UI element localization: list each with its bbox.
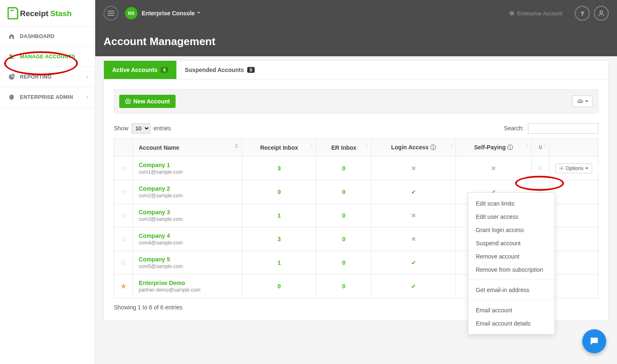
cell-er-inbox: 0 [316,204,371,228]
tab-suspended-accounts[interactable]: Suspended Accounts 0 [176,61,263,79]
er-count-link[interactable]: 0 [342,236,345,242]
cell-login-access: ✖ [371,157,456,180]
page-length-select[interactable]: 10 [132,123,150,134]
dropdown-item-edit-user-access[interactable]: Edit user access [468,210,554,223]
er-count-link[interactable]: 0 [342,165,345,172]
plus-circle-icon [125,98,131,104]
cell-account: Company 1com1@sample.com [133,157,242,180]
favorite-star[interactable]: ★ [114,275,133,298]
logo: ReceiptStash [0,0,95,26]
col-self-paying[interactable]: Self-Paying ⓘ↕ [456,139,532,157]
dropdown-item-grant-login-access[interactable]: Grant login access [468,223,554,237]
search-input[interactable] [528,123,598,134]
caret-down-icon [585,101,588,104]
sidebar-item-enterprise-admin[interactable]: ENTERPRISE ADMIN‹ [0,87,95,108]
question-icon: ? [578,10,586,17]
favorite-star[interactable]: ☆ [114,180,133,204]
new-account-button[interactable]: New Account [119,95,176,108]
account-email: com2@sample.com [139,193,236,199]
cell-options: Options [549,157,598,180]
help-button[interactable]: ? [575,6,590,21]
toolbar: New Account [114,89,598,113]
sidebar-item-dashboard[interactable]: DASHBOARD [0,26,95,47]
receipt-count-link[interactable]: 3 [277,165,281,172]
cell-login-access: ✔ [371,180,456,204]
hamburger-menu-button[interactable] [104,6,118,21]
svg-text:Receipt: Receipt [20,9,48,17]
dropdown-divider [468,280,554,280]
favorite-star[interactable]: ☆ [114,228,133,251]
user-button[interactable] [594,6,609,21]
export-button[interactable] [572,96,593,107]
col-receipt-inbox[interactable]: Receipt Inbox↕ [242,139,316,157]
cell-er-inbox: 0 [316,180,371,204]
er-count-link[interactable]: 0 [342,259,345,266]
dropdown-item-email-account-details[interactable]: Email account details [468,317,554,330]
nav-list: DASHBOARDMANAGE ACCOUNTSREPORTING‹ENTERP… [0,26,95,108]
col-account-name[interactable]: Account Name⇅ [133,139,242,157]
options-button[interactable]: Options [555,163,592,173]
svg-point-6 [561,168,562,169]
dropdown-item-remove-from-subscription[interactable]: Remove from subscription [468,263,554,276]
nav-icon [8,33,15,40]
cell-receipt-inbox: 3 [242,228,316,251]
col-login-access[interactable]: Login Access ⓘ↕ [371,139,456,157]
tabs: Active Accounts 6 Suspended Accounts 0 [104,61,608,79]
account-name-link[interactable]: Company 2 [139,185,236,192]
console-dropdown[interactable]: Enterprise Console [142,10,200,17]
dropdown-item-remove-account[interactable]: Remove account [468,250,554,263]
receipt-count-link[interactable]: 3 [277,236,281,242]
er-count-link[interactable]: 0 [342,212,345,219]
gear-icon [559,166,564,171]
cell-er-inbox: 0 [316,228,371,251]
cell-options [549,204,598,228]
col-er-inbox[interactable]: ER Inbox↕ [316,139,371,157]
dropdown-item-get-email-in-address[interactable]: Get email-in address [468,283,554,297]
receipt-count-link[interactable]: 0 [277,283,281,290]
col-integration[interactable]: ↕ [531,139,549,157]
dropdown-item-edit-scan-limits[interactable]: Edit scan limits [468,197,554,210]
cell-er-inbox: 0 [316,275,371,298]
account-name-link[interactable]: Company 5 [139,256,236,263]
verified-icon [509,10,515,16]
enterprise-account-label: Enterprise Account [509,10,562,17]
nav-label: MANAGE ACCOUNTS [20,54,75,60]
cell-plug [531,157,549,180]
account-name-link[interactable]: Company 3 [139,209,236,216]
cell-account: Company 4com4@sample.com [133,228,242,251]
tab-active-accounts[interactable]: Active Accounts 6 [104,61,176,79]
chat-icon [589,336,600,347]
account-name-link[interactable]: Company 1 [139,162,236,168]
plug-icon [537,144,543,150]
sidebar-item-manage-accounts[interactable]: MANAGE ACCOUNTS [0,47,95,67]
table-row: ☆Company 1com1@sample.com30✖✖ Options [114,157,598,180]
cell-receipt-inbox: 0 [242,275,316,298]
chat-button[interactable] [582,329,606,353]
cell-login-access: ✔ [371,251,456,275]
favorite-star[interactable]: ☆ [114,251,133,275]
favorite-star[interactable]: ☆ [114,204,133,228]
cell-self-paying: ✖ [456,157,532,180]
receipt-count-link[interactable]: 1 [277,259,281,266]
er-count-link[interactable]: 0 [342,283,345,290]
nav-icon [8,53,15,60]
er-count-link[interactable]: 0 [342,189,345,195]
account-email: com5@sample.com [139,263,236,269]
svg-point-2 [12,57,14,59]
svg-text:?: ? [581,10,584,17]
sidebar-item-reporting[interactable]: REPORTING‹ [0,67,95,87]
tab-label: Suspended Accounts [185,67,244,73]
dropdown-item-email-account[interactable]: Email account [468,304,554,317]
cell-options [549,251,598,275]
favorite-star[interactable]: ☆ [114,157,133,180]
entries-label: entries [154,125,171,132]
account-name-link[interactable]: Company 4 [139,232,236,239]
account-email: partner-demo@sample.com [139,287,236,293]
receipt-count-link[interactable]: 0 [277,189,281,195]
cell-account: Company 3com3@sample.com [133,204,242,228]
page-header: Account Management [95,26,617,56]
dropdown-item-suspend-account[interactable]: Suspend account [468,237,554,250]
account-name-link[interactable]: Enterprise Demo [139,280,236,286]
cell-receipt-inbox: 1 [242,204,316,228]
receipt-count-link[interactable]: 1 [277,212,281,219]
